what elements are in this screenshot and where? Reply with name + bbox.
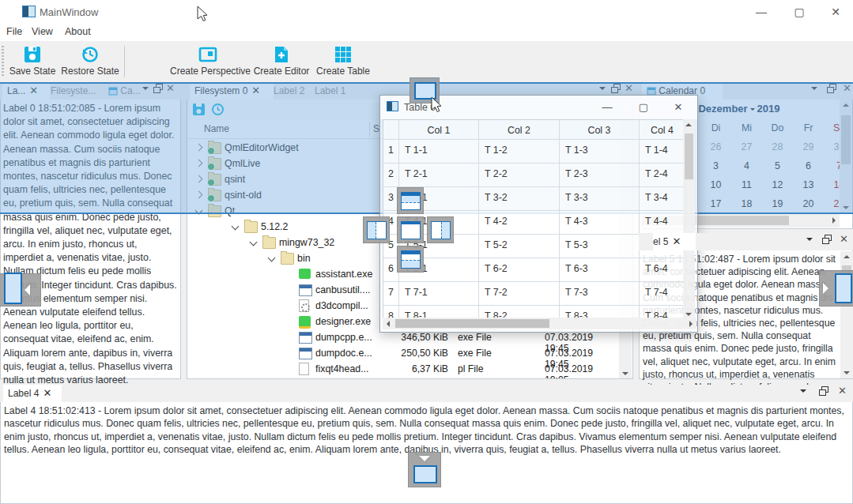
table-corner bbox=[383, 120, 399, 140]
close-button[interactable]: ✕ bbox=[665, 96, 692, 119]
table-cell[interactable]: T 6-4 bbox=[640, 258, 685, 282]
scroll-right-icon[interactable] bbox=[689, 321, 693, 327]
toolbar-grip[interactable] bbox=[2, 46, 4, 77]
dock-area-top-indicator[interactable] bbox=[397, 187, 424, 214]
collapse-arrow-icon[interactable] bbox=[250, 239, 258, 246]
tab-label5[interactable]: Label 5✕ bbox=[653, 233, 696, 250]
scroll-right-icon[interactable] bbox=[832, 217, 836, 224]
table-cell[interactable]: T 1-1 bbox=[399, 140, 479, 164]
minimize-button[interactable]: — bbox=[594, 96, 621, 119]
scroll-up-icon[interactable] bbox=[685, 123, 692, 126]
table-cell[interactable]: T 3-4 bbox=[640, 187, 685, 211]
table-cell[interactable]: T 4-3 bbox=[560, 211, 640, 235]
table-cell[interactable]: T 7-3 bbox=[560, 282, 640, 306]
table-hscrollbar[interactable] bbox=[383, 318, 696, 329]
dock-area-center-indicator[interactable] bbox=[397, 216, 424, 243]
table-cell[interactable]: T 2-3 bbox=[560, 164, 640, 187]
table-cell[interactable]: T 1-4 bbox=[640, 140, 685, 164]
table-row[interactable]: 2T 2-1T 2-2T 2-3T 2-4 bbox=[383, 164, 685, 187]
table-cell[interactable]: T 1-2 bbox=[479, 140, 560, 164]
table-cell[interactable]: T 6-3 bbox=[560, 258, 640, 282]
tab-menu-button[interactable] bbox=[803, 233, 816, 246]
menu-about[interactable]: About bbox=[65, 26, 91, 37]
title-bar[interactable]: MainWindow — ▢ ✕ bbox=[0, 0, 853, 24]
file-type: exe File bbox=[458, 332, 492, 343]
dock-area-right-indicator[interactable] bbox=[427, 216, 454, 243]
arrow-right-icon bbox=[823, 283, 828, 294]
tree-item-label: canbusutil.... bbox=[315, 284, 371, 295]
close-icon[interactable]: ✕ bbox=[43, 387, 51, 399]
tree-row[interactable]: fixqt4head...6,37 KiBpl File07.03.2019 1… bbox=[187, 361, 619, 377]
create-perspective-button[interactable]: Create Perspective bbox=[170, 44, 246, 79]
scroll-left-icon[interactable] bbox=[387, 321, 390, 327]
create-table-button[interactable]: Create Table bbox=[315, 44, 372, 79]
table-row[interactable]: 1T 1-1T 1-2T 1-3T 1-4 bbox=[383, 140, 685, 164]
tree-item-label: fixqt4head... bbox=[315, 363, 369, 374]
close-dock-button[interactable]: ✕ bbox=[838, 233, 851, 246]
table-cell[interactable]: T 2-1 bbox=[399, 164, 479, 187]
file-date: 07.03.2019 19:05 bbox=[545, 363, 619, 378]
table-cell[interactable]: T 1-3 bbox=[560, 140, 640, 164]
label5-tabbar: Label 5✕ ✕ bbox=[639, 233, 853, 250]
table-row-header[interactable]: 7 bbox=[383, 282, 399, 306]
dock-right-indicator[interactable] bbox=[819, 270, 853, 307]
label4-text: Label 4 18:51:02:413 - Lorem ipsum dolor… bbox=[4, 404, 850, 457]
dock-left-indicator[interactable] bbox=[0, 273, 41, 307]
table-cell[interactable]: T 5-3 bbox=[560, 235, 640, 258]
table-cell[interactable]: T 7-2 bbox=[479, 282, 560, 306]
table-cell[interactable]: T 3-2 bbox=[479, 187, 560, 211]
floating-table-window[interactable]: Table 0 — ▢ ✕ Col 1Col 2Col 3Col 41T 1-1… bbox=[379, 95, 698, 333]
table-row[interactable]: 7T 7-1T 7-2T 7-3T 7-4 bbox=[383, 282, 685, 306]
collapse-arrow-icon[interactable] bbox=[268, 254, 276, 262]
minimize-button[interactable]: — bbox=[748, 0, 775, 24]
table-column-header[interactable]: Col 1 bbox=[399, 120, 479, 140]
table-cell[interactable]: T 7-1 bbox=[399, 282, 479, 306]
table-column-header[interactable]: Col 4 bbox=[640, 120, 685, 140]
table-row-header[interactable]: 2 bbox=[383, 164, 399, 187]
app-icon bbox=[299, 284, 312, 296]
table-column-header[interactable]: Col 2 bbox=[479, 120, 560, 140]
dock-bottom-indicator[interactable] bbox=[408, 452, 441, 487]
table-row-header[interactable]: 1 bbox=[383, 140, 399, 164]
tree-row[interactable]: dumpdoc.e...250,50 KiBexe File07.03.2019… bbox=[187, 345, 619, 361]
file-size: 346,50 KiB bbox=[385, 332, 448, 343]
close-button[interactable]: ✕ bbox=[822, 0, 849, 24]
float-button[interactable] bbox=[817, 385, 830, 397]
table-cell[interactable]: T 2-2 bbox=[479, 164, 560, 187]
table-row[interactable]: 3T 3-1T 3-2T 3-3T 3-4 bbox=[383, 187, 685, 211]
restore-state-button[interactable]: Restore State bbox=[60, 44, 120, 79]
dock-area-left-indicator[interactable] bbox=[363, 216, 390, 243]
save-state-button[interactable]: Save State bbox=[8, 44, 57, 79]
maximize-button[interactable]: ▢ bbox=[786, 0, 813, 24]
dock-area-bottom-indicator[interactable] bbox=[397, 246, 424, 273]
table-cell[interactable]: T 6-2 bbox=[479, 258, 560, 282]
table-cell[interactable]: T 2-4 bbox=[640, 164, 685, 187]
close-icon[interactable]: ✕ bbox=[672, 235, 681, 247]
scroll-down-icon[interactable] bbox=[685, 313, 692, 316]
main-window: MainWindow — ▢ ✕ File View About Save St… bbox=[0, 0, 853, 504]
table-cell[interactable]: T 4-2 bbox=[479, 211, 560, 235]
table-row[interactable]: 6T 6-1T 6-2T 6-3T 6-4 bbox=[383, 258, 685, 282]
tree-item-label: 5.12.2 bbox=[261, 221, 288, 232]
create-editor-button[interactable]: Create Editor bbox=[253, 44, 310, 79]
menu-view[interactable]: View bbox=[32, 26, 53, 37]
tree-item-label: dumpdoc.e... bbox=[315, 348, 372, 359]
table-cell[interactable]: T 4-4 bbox=[640, 211, 685, 235]
table-cell[interactable]: T 5-2 bbox=[479, 235, 560, 258]
table-cell[interactable]: T 3-3 bbox=[560, 187, 640, 211]
tree-item-label: bin bbox=[297, 253, 311, 264]
scroll-up-icon[interactable] bbox=[844, 255, 850, 258]
table-column-header[interactable]: Col 3 bbox=[560, 120, 640, 140]
scroll-down-icon[interactable] bbox=[622, 372, 628, 375]
close-dock-button[interactable]: ✕ bbox=[836, 385, 849, 397]
scroll-down-icon[interactable] bbox=[844, 371, 850, 374]
table-cell[interactable]: T 7-4 bbox=[640, 282, 685, 306]
collapse-arrow-icon[interactable] bbox=[232, 223, 240, 231]
table-vscrollbar[interactable] bbox=[683, 119, 695, 320]
menu-file[interactable]: File bbox=[6, 26, 22, 37]
perspective-icon bbox=[198, 46, 217, 63]
float-button[interactable] bbox=[821, 233, 833, 246]
tab-label4[interactable]: Label 4✕ bbox=[3, 385, 62, 402]
tab-menu-button[interactable] bbox=[797, 385, 810, 397]
maximize-button[interactable]: ▢ bbox=[630, 96, 657, 119]
